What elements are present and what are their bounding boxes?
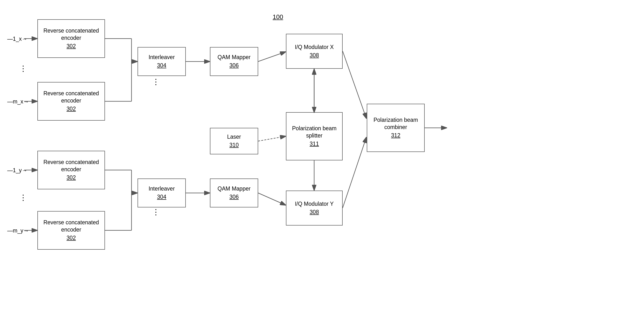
iq-x-num: 308 — [310, 52, 319, 59]
signal-my: —m_y→ — [7, 228, 29, 234]
iq-y-num: 308 — [310, 209, 319, 216]
laser-num: 310 — [230, 142, 239, 149]
block-enc-ym: Reverse concatenated encoder 302 — [38, 211, 105, 250]
interleaver-y-label: Interleaver — [149, 185, 175, 192]
dots-x: ⋮ — [19, 64, 28, 73]
laser-label: Laser — [227, 134, 241, 140]
block-iq-y: I/Q Modulator Y 308 — [286, 190, 343, 226]
signal-1y: —1_y→ — [7, 167, 27, 174]
block-interleaver-y: Interleaver 304 — [138, 178, 186, 208]
block-enc-y1: Reverse concatenated encoder 302 — [38, 151, 105, 189]
dots-y2: ⋮ — [152, 208, 160, 216]
svg-line-14 — [343, 138, 366, 208]
iq-y-label: I/Q Modulator Y — [295, 200, 334, 208]
qam-y-label: QAM Mapper — [218, 185, 251, 192]
block-enc-x1: Reverse concatenated encoder 302 — [38, 19, 105, 58]
dots-x2: ⋮ — [152, 77, 160, 86]
dots-y: ⋮ — [19, 193, 28, 202]
interleaver-x-label: Interleaver — [149, 54, 175, 61]
block-qam-y: QAM Mapper 306 — [210, 178, 258, 208]
block-pbs: Polarization beam splitter 311 — [286, 112, 343, 160]
block-iq-x: I/Q Modulator X 308 — [286, 34, 343, 69]
enc-ym-num: 302 — [66, 234, 76, 242]
signal-1x: —1_x→ — [7, 36, 27, 42]
pbs-num: 311 — [310, 140, 319, 148]
pbs-label: Polarization beam splitter — [286, 125, 342, 140]
svg-line-10 — [258, 136, 286, 141]
svg-line-13 — [343, 51, 366, 118]
interleaver-x-num: 304 — [157, 62, 166, 69]
enc-y1-label: Reverse concatenated encoder — [38, 159, 104, 173]
iq-x-label: I/Q Modulator X — [295, 44, 334, 51]
block-interleaver-x: Interleaver 304 — [138, 47, 186, 76]
block-enc-xm: Reverse concatenated encoder 302 — [38, 82, 105, 120]
enc-y1-num: 302 — [66, 174, 76, 182]
signal-mx: —m_x→ — [7, 98, 29, 105]
enc-x1-num: 302 — [66, 43, 76, 50]
pbc-num: 312 — [391, 132, 400, 139]
qam-y-num: 306 — [230, 194, 239, 201]
enc-xm-label: Reverse concatenated encoder — [38, 90, 104, 104]
block-laser: Laser 310 — [210, 128, 258, 154]
qam-x-label: QAM Mapper — [218, 54, 251, 61]
svg-line-22 — [258, 193, 286, 205]
svg-line-8 — [258, 52, 286, 62]
enc-x1-label: Reverse concatenated encoder — [38, 27, 104, 42]
diagram-title: 100 — [273, 13, 283, 21]
pbc-label: Polarization beam combiner — [367, 116, 424, 131]
block-pbc: Polarization beam combiner 312 — [367, 104, 425, 152]
enc-ym-label: Reverse concatenated encoder — [38, 219, 104, 234]
qam-x-num: 306 — [230, 62, 239, 69]
enc-xm-num: 302 — [66, 106, 76, 113]
diagram: 100 Reverse concatenated encoder 302 Rev… — [0, 0, 644, 329]
interleaver-y-num: 304 — [157, 194, 166, 201]
block-qam-x: QAM Mapper 306 — [210, 47, 258, 76]
